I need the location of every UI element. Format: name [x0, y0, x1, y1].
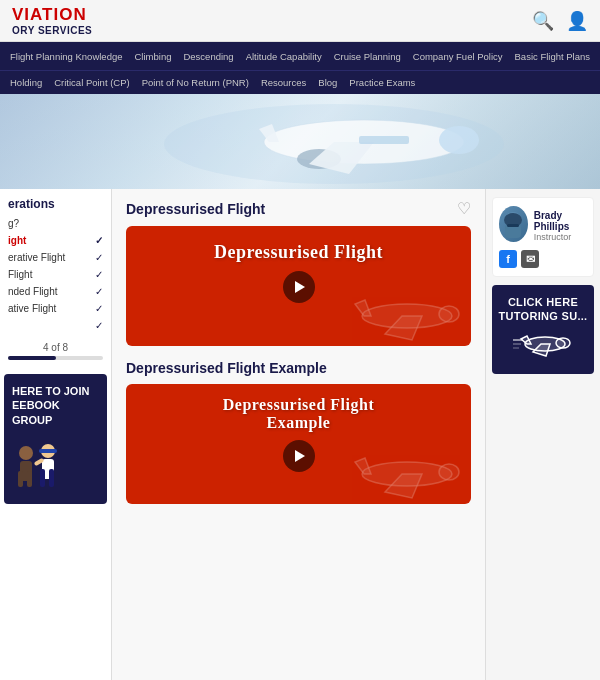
header: VIATION ORY SERVICES 🔍 👤: [0, 0, 600, 42]
nav-bar-1: Flight Planning Knowledge Climbing Desce…: [0, 42, 600, 70]
nav1-item-descending[interactable]: Descending: [177, 51, 239, 62]
svg-marker-24: [355, 458, 371, 474]
sidebar: erations g? ight ✓ erative Flight ✓ Flig…: [0, 189, 112, 680]
svg-rect-14: [40, 469, 45, 487]
tutoring-plane-svg: [513, 330, 573, 358]
facebook-icon[interactable]: f: [499, 250, 517, 268]
nav2-item-blog[interactable]: Blog: [312, 77, 343, 88]
nav2-item-cp[interactable]: Critical Point (CP): [48, 77, 136, 88]
nav1-item-climbing[interactable]: Climbing: [129, 51, 178, 62]
svg-point-22: [439, 464, 459, 480]
lesson1-heart-icon[interactable]: ♡: [457, 199, 471, 218]
instructor-avatar: [499, 206, 528, 242]
main-content: Depressurised Flight ♡ Depressurised Fli…: [112, 189, 485, 680]
sidebar-item-3[interactable]: Flight ✓: [0, 266, 111, 283]
check-icon-6: ✓: [95, 320, 103, 331]
svg-rect-28: [507, 224, 519, 227]
sidebar-item-2[interactable]: erative Flight ✓: [0, 249, 111, 266]
nav1-item-cruise[interactable]: Cruise Planning: [328, 51, 407, 62]
nav1-item-altitude[interactable]: Altitude Capability: [240, 51, 328, 62]
instructor-name: Brady Phillips: [534, 210, 587, 232]
nav1-item-fuel[interactable]: Company Fuel Policy: [407, 51, 509, 62]
svg-point-7: [19, 446, 33, 460]
email-icon[interactable]: ✉: [521, 250, 539, 268]
tutoring-banner[interactable]: CLICK HERE TUTORING SU...: [492, 285, 594, 374]
tutoring-plane-icon: [498, 330, 588, 364]
sidebar-item-5[interactable]: ative Flight ✓: [0, 300, 111, 317]
video2-plane-watermark: [337, 442, 467, 502]
sidebar-section-title: erations: [0, 189, 111, 215]
play-triangle-2: [295, 450, 305, 462]
hero-plane-svg: [164, 104, 504, 184]
lesson2-play-button[interactable]: [283, 440, 315, 472]
user-icon[interactable]: 👤: [566, 10, 588, 32]
nav1-item-flight-planning[interactable]: Flight Planning Knowledge: [4, 51, 129, 62]
right-sidebar: Brady Phillips Instructor f ✉ CLICK HERE…: [485, 189, 600, 680]
sidebar-banner-text: HERE TO JOINEEBOOK GROUP: [12, 384, 99, 427]
logo: VIATION ORY SERVICES: [12, 5, 92, 36]
nav2-item-pnr[interactable]: Point of No Return (PNR): [136, 77, 255, 88]
logo-subtitle: ORY SERVICES: [12, 25, 92, 36]
svg-marker-20: [355, 300, 371, 316]
video1-plane-watermark: [337, 284, 467, 344]
logo-title: VIATION: [12, 5, 92, 25]
instructor-card: Brady Phillips Instructor f ✉: [492, 197, 594, 277]
tutoring-line2: TUTORING SU...: [498, 309, 588, 323]
instructor-role: Instructor: [534, 232, 587, 242]
nav-bar-2: Holding Critical Point (CP) Point of No …: [0, 70, 600, 94]
nav2-item-holding[interactable]: Holding: [4, 77, 48, 88]
sidebar-banner-facebook[interactable]: HERE TO JOINEEBOOK GROUP: [4, 374, 107, 504]
nav1-item-real-flight[interactable]: Real Flight Plans: [596, 51, 600, 62]
check-icon-1: ✓: [95, 235, 103, 246]
sidebar-progress: 4 of 8: [0, 334, 111, 368]
check-icon-5: ✓: [95, 303, 103, 314]
lesson2-video-title: Depressurised FlightExample: [126, 384, 471, 440]
play-triangle-1: [295, 281, 305, 293]
search-icon[interactable]: 🔍: [532, 10, 554, 32]
svg-rect-6: [359, 136, 409, 144]
sidebar-item-6[interactable]: ✓: [0, 317, 111, 334]
svg-rect-15: [49, 469, 54, 487]
svg-rect-12: [39, 449, 57, 453]
lesson1-header: Depressurised Flight ♡: [126, 199, 471, 218]
check-icon-3: ✓: [95, 269, 103, 280]
lesson1-title: Depressurised Flight: [126, 201, 265, 217]
nav2-item-resources[interactable]: Resources: [255, 77, 312, 88]
check-icon-4: ✓: [95, 286, 103, 297]
sidebar-item-4[interactable]: nded Flight ✓: [0, 283, 111, 300]
svg-point-2: [439, 126, 479, 154]
lesson2-header: Depressurised Flight Example: [126, 360, 471, 376]
check-icon-2: ✓: [95, 252, 103, 263]
nav2-item-exams[interactable]: Practice Exams: [343, 77, 421, 88]
tutoring-line1: CLICK HERE: [498, 295, 588, 309]
header-icons: 🔍 👤: [532, 10, 588, 32]
svg-rect-9: [18, 471, 23, 487]
social-icons: f ✉: [499, 250, 587, 268]
sidebar-item-0[interactable]: g?: [0, 215, 111, 232]
lesson2-title: Depressurised Flight Example: [126, 360, 327, 376]
hero-banner: [0, 94, 600, 189]
svg-point-18: [439, 306, 459, 322]
lesson2-video-card[interactable]: Depressurised FlightExample: [126, 384, 471, 504]
sidebar-item-1[interactable]: ight ✓: [0, 232, 111, 249]
lesson1-video-card[interactable]: Depressurised Flight: [126, 226, 471, 346]
svg-point-30: [556, 338, 570, 348]
nav1-item-basic-flight[interactable]: Basic Flight Plans: [509, 51, 597, 62]
lesson1-video-title: Depressurised Flight: [126, 226, 471, 271]
progress-bar-fill: [8, 356, 56, 360]
people-illustration: [12, 439, 67, 494]
progress-bar: [8, 356, 103, 360]
svg-rect-10: [27, 471, 32, 487]
content-area: erations g? ight ✓ erative Flight ✓ Flig…: [0, 189, 600, 680]
lesson1-play-button[interactable]: [283, 271, 315, 303]
avatar-illustration: [499, 210, 527, 238]
